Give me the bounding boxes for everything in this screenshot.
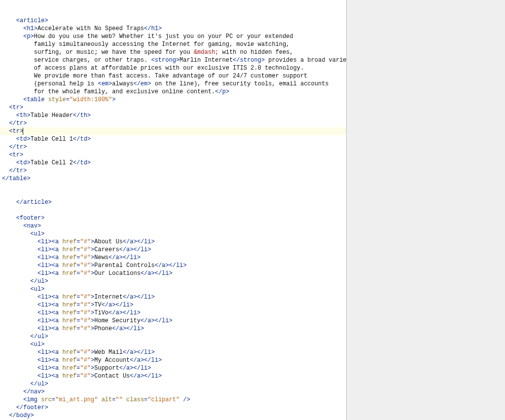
code-line[interactable]: <h1>Accelerate with No Speed Traps</h1>	[0, 25, 346, 33]
token-av: "#"	[80, 294, 91, 301]
token-av: "#"	[80, 238, 91, 245]
token-av: "#"	[80, 357, 91, 364]
token-tag: <nav>	[23, 223, 41, 229]
code-line[interactable]: <ul>	[0, 285, 346, 293]
token-an: src	[41, 396, 52, 403]
code-line[interactable]: </body>	[0, 412, 346, 420]
code-line[interactable]	[0, 206, 346, 214]
token-tx: Internet	[94, 294, 123, 301]
code-line[interactable]: </ul>	[0, 277, 346, 285]
code-line[interactable]: </tr>	[0, 143, 346, 151]
token-tag: <li><a	[37, 270, 62, 277]
token-tag: </a></li>	[130, 357, 162, 364]
code-line[interactable]: for the whole family, and exclusive onli…	[0, 88, 346, 96]
token-tag: <tr>	[9, 128, 23, 135]
token-tag	[123, 396, 126, 403]
token-en: &mdash;	[194, 49, 218, 56]
code-line[interactable]: family simultaneously accessing the Inte…	[0, 40, 346, 48]
token-tag: </ul>	[31, 381, 48, 387]
code-line[interactable]: <footer>	[0, 214, 346, 222]
code-line[interactable]: <li><a href="#">Internet</a></li>	[0, 293, 346, 301]
code-line[interactable]: <tr>	[0, 104, 346, 112]
code-line[interactable]: <li><a href="#">Support</a></li>	[0, 364, 346, 372]
code-line[interactable]: <li><a href="#">Web Mail</a></li>	[0, 348, 346, 356]
token-tx: Table Header	[31, 112, 73, 119]
code-line[interactable]: <li><a href="#">Parental Controls</a></l…	[0, 262, 346, 269]
code-line[interactable]: service charges, or other traps. <strong…	[0, 56, 346, 64]
code-line[interactable]: </nav>	[0, 388, 346, 396]
token-an: href	[62, 262, 76, 269]
code-line[interactable]: <li><a href="#">Phone</a></li>	[0, 325, 346, 333]
token-tag: </article>	[16, 199, 52, 206]
code-line[interactable]: surfing, or music; we have the speed for…	[0, 48, 346, 56]
code-line[interactable]: </tr>	[0, 167, 346, 175]
code-line[interactable]: </article>	[0, 198, 346, 206]
token-av: ""	[115, 396, 122, 403]
code-line[interactable]: <img src="mi_art.png" alt="" class="clip…	[0, 396, 346, 404]
code-line[interactable]: <tr>	[0, 151, 346, 159]
code-line[interactable]: <li><a href="#">Our Locations</a></li>	[0, 269, 346, 277]
token-av: "width:100%"	[70, 96, 112, 103]
token-tag: </body>	[9, 412, 34, 419]
token-tag: <li><a	[37, 238, 62, 245]
token-tx: Table Cell 1	[31, 136, 73, 143]
token-tag: <li><a	[37, 373, 62, 380]
code-line[interactable]: <li><a href="#">Contact Us</a></li>	[0, 372, 346, 380]
token-av: "mi_art.png"	[55, 396, 98, 403]
token-tx: Web Mail	[94, 349, 123, 356]
token-tag: <img	[23, 396, 41, 403]
token-tag: </a></li>	[119, 246, 151, 253]
token-tag: <li><a	[37, 309, 62, 316]
code-line[interactable]: of access plans at affordable prices wit…	[0, 64, 346, 72]
code-line[interactable]: <td>Table Cell 2</td>	[0, 159, 346, 167]
token-tag: </a></li>	[102, 302, 134, 308]
token-an: href	[62, 365, 76, 372]
code-line[interactable]: <li><a href="#">TV</a></li>	[0, 301, 346, 309]
token-an: href	[62, 254, 76, 261]
token-tx: provides a broad variety	[265, 57, 346, 64]
code-line[interactable]: </table>	[0, 175, 346, 183]
token-tag: <em>	[98, 80, 112, 87]
token-tx: We provide more than fast access. Take a…	[34, 73, 308, 79]
code-line[interactable]: <ul>	[0, 230, 346, 238]
token-tx: always	[112, 80, 133, 87]
token-tag: <table	[23, 96, 48, 103]
token-av: "#"	[80, 262, 91, 269]
code-line[interactable]: </ul>	[0, 380, 346, 388]
token-tag: </a></li>	[123, 294, 155, 301]
token-tx: TiVo	[94, 309, 108, 316]
code-line[interactable]	[0, 183, 346, 191]
token-tag: </tr>	[9, 144, 27, 151]
token-tag: </a></li>	[141, 270, 173, 277]
code-line[interactable]: </ul>	[0, 333, 346, 341]
token-an: href	[62, 302, 76, 308]
token-tag: </table>	[2, 175, 31, 182]
code-line[interactable]	[0, 191, 346, 198]
code-content[interactable]: <article> <h1>Accelerate with No Speed T…	[0, 16, 346, 420]
token-tag: </ul>	[31, 278, 48, 285]
code-line[interactable]: </footer>	[0, 404, 346, 412]
code-line[interactable]: <td>Table Cell 1</td>	[0, 135, 346, 143]
code-line[interactable]: <article>	[0, 17, 346, 25]
code-line[interactable]: <tr>	[0, 127, 346, 135]
code-line[interactable]: <th>Table Header</th>	[0, 112, 346, 119]
code-line[interactable]: <ul>	[0, 341, 346, 348]
token-tag: >	[112, 96, 115, 103]
code-line[interactable]: <p>How do you use the web? Whether it's …	[0, 33, 346, 40]
code-line[interactable]: <li><a href="#">My Account</a></li>	[0, 356, 346, 364]
token-tag: </a></li>	[112, 325, 144, 332]
code-line[interactable]: <li><a href="#">News</a></li>	[0, 254, 346, 262]
code-line[interactable]: <li><a href="#">TiVo</a></li>	[0, 309, 346, 317]
token-tag: </a></li>	[130, 373, 162, 380]
code-line[interactable]: <li><a href="#">About Us</a></li>	[0, 238, 346, 246]
code-line[interactable]: <li><a href="#">Careers</a></li>	[0, 246, 346, 254]
token-av: "#"	[80, 317, 91, 324]
code-line[interactable]: <nav>	[0, 222, 346, 230]
code-line[interactable]: We provide more than fast access. Take a…	[0, 72, 346, 80]
token-tag: </a></li>	[155, 262, 187, 269]
code-line[interactable]: <li><a href="#">Home Security</a></li>	[0, 317, 346, 325]
code-editor[interactable]: <article> <h1>Accelerate with No Speed T…	[0, 0, 346, 420]
code-line[interactable]: </tr>	[0, 119, 346, 127]
code-line[interactable]: <table style="width:100%">	[0, 96, 346, 104]
code-line[interactable]: (personal help is <em>always</em> on the…	[0, 80, 346, 88]
